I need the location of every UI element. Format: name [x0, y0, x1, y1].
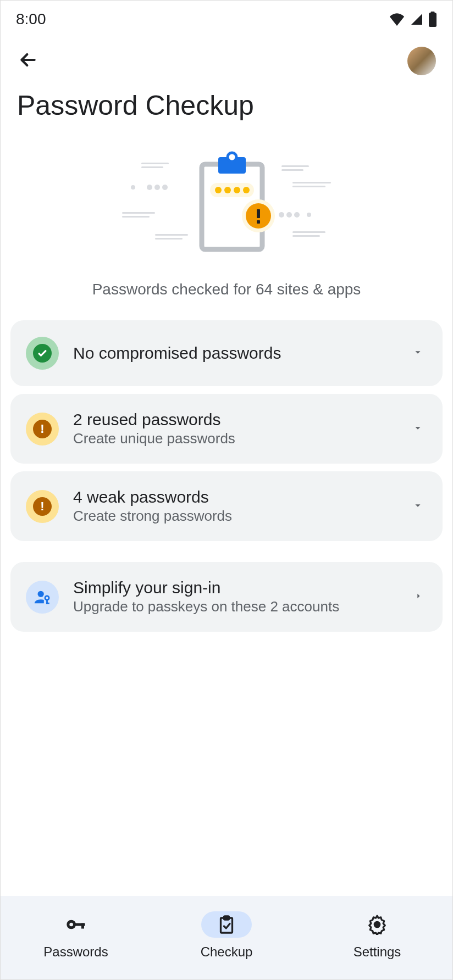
svg-point-35 [45, 595, 49, 599]
svg-point-6 [279, 212, 284, 218]
nav-settings[interactable]: Settings [302, 911, 452, 960]
cell-signal-icon [410, 13, 424, 26]
svg-rect-0 [429, 13, 437, 27]
clipboard-check-icon [217, 915, 236, 934]
svg-point-9 [307, 213, 311, 217]
svg-rect-32 [257, 209, 260, 218]
svg-rect-18 [292, 182, 331, 183]
svg-rect-43 [224, 916, 229, 920]
back-button[interactable] [17, 49, 39, 73]
svg-rect-20 [292, 231, 325, 233]
svg-rect-12 [122, 212, 155, 214]
svg-point-4 [154, 185, 160, 190]
status-time: 8:00 [16, 10, 46, 28]
page-title: Password Checkup [1, 80, 452, 138]
svg-rect-37 [46, 602, 49, 604]
svg-point-28 [234, 187, 240, 193]
warning-icon: ! [26, 490, 59, 523]
svg-rect-21 [292, 235, 320, 237]
nav-passwords[interactable]: Passwords [1, 911, 151, 960]
nav-checkup[interactable]: Checkup [151, 911, 302, 960]
svg-rect-10 [141, 163, 169, 164]
checkup-summary: Passwords checked for 64 sites & apps [1, 281, 452, 320]
gear-icon [367, 914, 388, 935]
svg-point-26 [215, 187, 222, 193]
check-ok-icon [26, 337, 59, 370]
svg-point-34 [38, 591, 44, 597]
svg-rect-17 [281, 169, 303, 171]
chevron-right-icon [413, 591, 427, 604]
header [1, 34, 452, 80]
status-bar: 8:00 [1, 1, 452, 34]
svg-point-24 [228, 153, 236, 162]
warning-icon: ! [26, 413, 59, 446]
svg-point-5 [162, 185, 168, 190]
nav-settings-label: Settings [353, 944, 401, 960]
svg-point-2 [131, 185, 135, 190]
expand-icon [412, 346, 427, 360]
svg-point-44 [374, 922, 380, 927]
nav-checkup-label: Checkup [201, 944, 253, 960]
reused-subtitle: Create unique passwords [73, 430, 397, 447]
svg-rect-1 [431, 12, 435, 14]
svg-rect-33 [257, 220, 260, 224]
wifi-icon [389, 13, 405, 26]
svg-rect-15 [155, 238, 183, 240]
compromised-title: No compromised passwords [73, 344, 397, 363]
svg-point-3 [147, 185, 152, 190]
hero-illustration [1, 138, 452, 281]
svg-point-7 [286, 212, 292, 218]
expand-icon [412, 499, 427, 514]
passkey-subtitle: Upgrade to passkeys on these 2 accounts [73, 598, 399, 615]
svg-point-27 [224, 187, 231, 193]
weak-title: 4 weak passwords [73, 488, 397, 506]
passkey-icon [26, 581, 59, 614]
profile-avatar[interactable] [407, 47, 436, 75]
reused-title: 2 reused passwords [73, 410, 397, 429]
status-icons [389, 12, 437, 27]
compromised-passwords-row[interactable]: No compromised passwords [10, 320, 443, 386]
svg-rect-11 [141, 166, 163, 168]
nav-passwords-label: Passwords [43, 944, 108, 960]
svg-rect-19 [292, 186, 325, 187]
svg-rect-13 [122, 216, 150, 218]
svg-point-29 [243, 187, 250, 193]
arrow-back-icon [17, 49, 39, 71]
bottom-nav: Passwords Checkup Settings [1, 896, 452, 979]
weak-subtitle: Create strong passwords [73, 508, 397, 525]
expand-icon [412, 422, 427, 436]
weak-passwords-row[interactable]: ! 4 weak passwords Create strong passwor… [10, 471, 443, 541]
passkey-upgrade-row[interactable]: Simplify your sign-in Upgrade to passkey… [10, 562, 443, 632]
svg-point-8 [294, 212, 300, 218]
svg-point-39 [69, 923, 73, 927]
key-icon [65, 914, 87, 936]
reused-passwords-row[interactable]: ! 2 reused passwords Create unique passw… [10, 394, 443, 464]
svg-rect-16 [281, 165, 309, 167]
svg-rect-14 [155, 234, 188, 236]
svg-rect-41 [81, 923, 84, 929]
checkup-cards: No compromised passwords ! 2 reused pass… [1, 320, 452, 632]
battery-icon [428, 12, 437, 27]
passkey-title: Simplify your sign-in [73, 578, 399, 597]
